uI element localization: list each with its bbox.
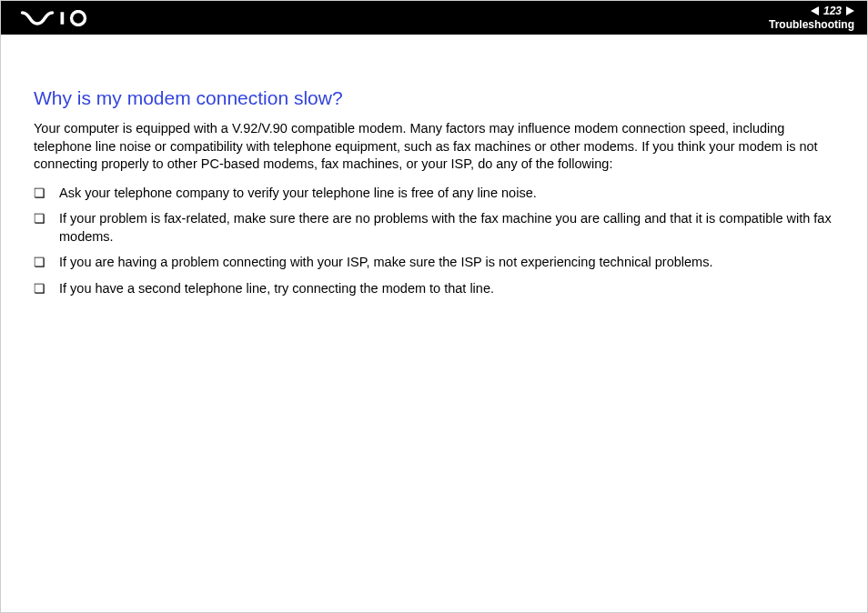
bullet-icon: ❏: [34, 280, 59, 297]
header-bar: 123 Troubleshooting: [1, 1, 867, 35]
list-item: ❏ Ask your telephone company to verify y…: [34, 185, 834, 203]
bullet-text: If you are having a problem connecting w…: [59, 254, 834, 272]
svg-rect-0: [61, 12, 65, 25]
page-number: 123: [822, 5, 843, 17]
bullet-icon: ❏: [34, 210, 59, 227]
bullet-text: If you have a second telephone line, try…: [59, 280, 834, 298]
vaio-logo: [17, 10, 106, 26]
nav-next-icon[interactable]: [846, 6, 854, 15]
vaio-logo-svg: [17, 10, 106, 26]
list-item: ❏ If you have a second telephone line, t…: [34, 280, 834, 298]
content-area: Why is my modem connection slow? Your co…: [1, 35, 867, 298]
page-nav: 123: [811, 5, 854, 17]
bullet-text: Ask your telephone company to verify you…: [59, 185, 834, 203]
bullet-list: ❏ Ask your telephone company to verify y…: [34, 185, 834, 298]
svg-point-1: [72, 11, 86, 25]
list-item: ❏ If your problem is fax-related, make s…: [34, 210, 834, 246]
bullet-icon: ❏: [34, 254, 59, 271]
nav-prev-icon[interactable]: [811, 6, 819, 15]
page-heading: Why is my modem connection slow?: [34, 87, 834, 109]
intro-paragraph: Your computer is equipped with a V.92/V.…: [34, 120, 834, 174]
section-name: Troubleshooting: [769, 18, 854, 31]
header-right: 123 Troubleshooting: [769, 5, 854, 31]
bullet-text: If your problem is fax-related, make sur…: [59, 210, 834, 246]
list-item: ❏ If you are having a problem connecting…: [34, 254, 834, 272]
bullet-icon: ❏: [34, 185, 59, 202]
